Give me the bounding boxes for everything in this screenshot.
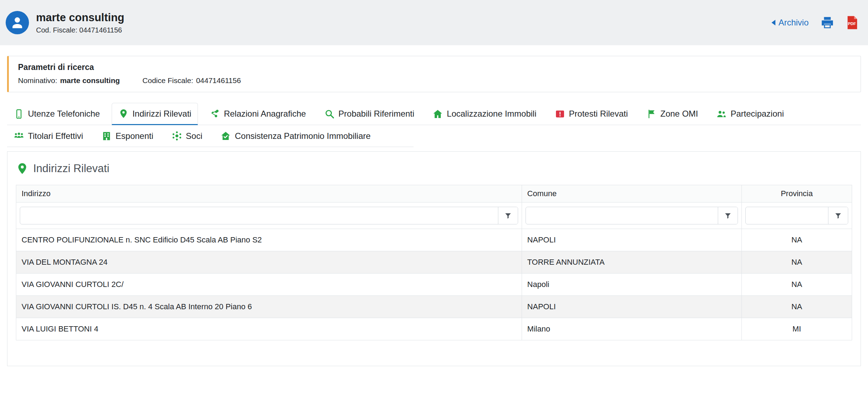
- cell-provincia: NA: [741, 296, 852, 318]
- cell-indirizzo: VIA DEL MONTAGNA 24: [16, 251, 522, 274]
- tab-label: Localizzazione Immobili: [447, 109, 536, 119]
- filter-input-indirizzo[interactable]: [20, 207, 498, 224]
- tab-label: Relazioni Anagrafiche: [224, 109, 306, 119]
- network-icon: [210, 109, 220, 119]
- tab-label: Utenze Telefoniche: [28, 109, 100, 119]
- tab-label: Consistenza Patrimonio Immobiliare: [235, 131, 370, 141]
- cell-provincia: MI: [741, 318, 852, 340]
- cell-comune: TORRE ANNUNZIATA: [522, 251, 741, 274]
- column-header-provincia: Provincia: [741, 185, 852, 203]
- cell-indirizzo: VIA GIOVANNI CURTOLI 2C/: [16, 274, 522, 296]
- column-header-comune: Comune: [522, 185, 741, 203]
- cell-provincia: NA: [741, 274, 852, 296]
- funnel-icon: [504, 212, 512, 219]
- group-icon: [14, 131, 24, 141]
- page-header: marte consulting Cod. Fiscale: 044714611…: [0, 0, 868, 45]
- tab-localizzazione-immobili[interactable]: Localizzazione Immobili: [426, 103, 543, 125]
- cell-indirizzo: VIA GIOVANNI CURTOLI IS. D45 n. 4 Scala …: [16, 296, 522, 318]
- map-pin-icon: [16, 162, 29, 175]
- tab-label: Protesti Rilevati: [569, 109, 628, 119]
- column-header-indirizzo: Indirizzo: [16, 185, 522, 203]
- tab-label: Titolari Effettivi: [28, 131, 83, 141]
- page-title: marte consulting: [36, 11, 124, 24]
- codice-fiscale-label: Codice Fiscale:: [142, 76, 193, 85]
- cell-comune: Milano: [522, 318, 741, 340]
- table-header-row: Indirizzo Comune Provincia: [16, 185, 852, 203]
- filter-input-comune[interactable]: [526, 207, 718, 224]
- tab-consistenza-patrimonio-immobiliare[interactable]: Consistenza Patrimonio Immobiliare: [214, 125, 377, 147]
- tab-titolari-effettivi[interactable]: Titolari Effettivi: [7, 125, 90, 147]
- cell-comune: NAPOLI: [522, 296, 741, 318]
- export-pdf-button[interactable]: PDF: [846, 16, 858, 30]
- alert-card-icon: [555, 109, 565, 119]
- cell-indirizzo: CENTRO POLIFUNZIONALE n. SNC Edificio D4…: [16, 229, 522, 251]
- codice-fiscale-value: 04471461156: [196, 76, 241, 85]
- funnel-icon: [724, 212, 732, 219]
- archive-link[interactable]: Archivio: [772, 18, 809, 28]
- table-row: VIA DEL MONTAGNA 24 TORRE ANNUNZIATA NA: [16, 251, 852, 274]
- search-parameters-card: Parametri di ricerca Nominativo: marte c…: [7, 56, 861, 92]
- tab-esponenti[interactable]: Esponenti: [95, 125, 160, 147]
- print-button[interactable]: [821, 16, 834, 29]
- nominativo-label: Nominativo:: [18, 76, 57, 85]
- tab-label: Zone OMI: [661, 109, 698, 119]
- nominativo-param: Nominativo: marte consulting: [18, 76, 120, 85]
- tab-protesti-rilevati[interactable]: Protesti Rilevati: [548, 103, 635, 125]
- tab-label: Soci: [186, 131, 203, 141]
- filter-input-provincia[interactable]: [746, 207, 828, 224]
- people-icon: [716, 109, 727, 119]
- flag-icon: [646, 109, 657, 119]
- avatar: [6, 11, 29, 34]
- tab-label: Partecipazioni: [731, 109, 784, 119]
- building-icon: [101, 131, 112, 141]
- tab-partecipazioni[interactable]: Partecipazioni: [710, 103, 791, 125]
- tab-indirizzi-rilevati[interactable]: Indirizzi Rilevati: [112, 103, 198, 125]
- pdf-icon: PDF: [846, 16, 858, 30]
- map-pin-icon: [118, 108, 129, 119]
- round-table-icon: [172, 131, 182, 141]
- print-icon: [821, 16, 834, 29]
- cell-provincia: NA: [741, 251, 852, 274]
- section-title: Indirizzi Rilevati: [33, 162, 109, 175]
- tab-label: Probabili Riferimenti: [339, 109, 415, 119]
- filter-button-comune[interactable]: [718, 207, 738, 224]
- filter-button-indirizzo[interactable]: [498, 207, 518, 224]
- nominativo-value: marte consulting: [60, 76, 120, 85]
- house-icon: [433, 109, 443, 119]
- tabs-row-2: Titolari Effettivi Esponenti Soci Consis…: [7, 125, 414, 147]
- codice-fiscale-param: Codice Fiscale: 04471461156: [142, 76, 241, 85]
- cell-indirizzo: VIA LUIGI BETTONI 4: [16, 318, 522, 340]
- cell-comune: NAPOLI: [522, 229, 741, 251]
- person-icon: [10, 15, 25, 30]
- phone-icon: [14, 109, 24, 119]
- table-row: VIA GIOVANNI CURTOLI IS. D45 n. 4 Scala …: [16, 296, 852, 318]
- indirizzi-rilevati-panel: Indirizzi Rilevati Indirizzo Comune Prov…: [7, 151, 861, 366]
- tabs-row-1: Utenze Telefoniche Indirizzi Rilevati Re…: [7, 103, 861, 125]
- tab-soci[interactable]: Soci: [165, 125, 209, 147]
- svg-text:PDF: PDF: [848, 22, 856, 26]
- tab-label: Esponenti: [116, 131, 153, 141]
- search-parameters-title: Parametri di ricerca: [18, 63, 851, 72]
- table-filter-row: [16, 203, 852, 229]
- tab-zone-omi[interactable]: Zone OMI: [640, 103, 705, 125]
- tab-relazioni-anagrafiche[interactable]: Relazioni Anagrafiche: [203, 103, 312, 125]
- tab-probabili-riferimenti[interactable]: Probabili Riferimenti: [318, 103, 421, 125]
- table-row: VIA GIOVANNI CURTOLI 2C/ Napoli NA: [16, 274, 852, 296]
- tab-label: Indirizzi Rilevati: [133, 109, 192, 119]
- fiscal-code-subtitle: Cod. Fiscale: 04471461156: [36, 26, 124, 34]
- back-arrow-icon: [772, 20, 775, 25]
- cell-comune: Napoli: [522, 274, 741, 296]
- tab-utenze-telefoniche[interactable]: Utenze Telefoniche: [7, 103, 107, 125]
- addresses-table: Indirizzo Comune Provincia: [16, 185, 852, 340]
- archive-link-label: Archivio: [779, 18, 809, 28]
- filter-button-provincia[interactable]: [828, 207, 848, 224]
- table-row: CENTRO POLIFUNZIONALE n. SNC Edificio D4…: [16, 229, 852, 251]
- house-check-icon: [221, 131, 231, 141]
- funnel-icon: [834, 212, 842, 219]
- search-icon: [324, 109, 335, 119]
- table-row: VIA LUIGI BETTONI 4 Milano MI: [16, 318, 852, 340]
- cell-provincia: NA: [741, 229, 852, 251]
